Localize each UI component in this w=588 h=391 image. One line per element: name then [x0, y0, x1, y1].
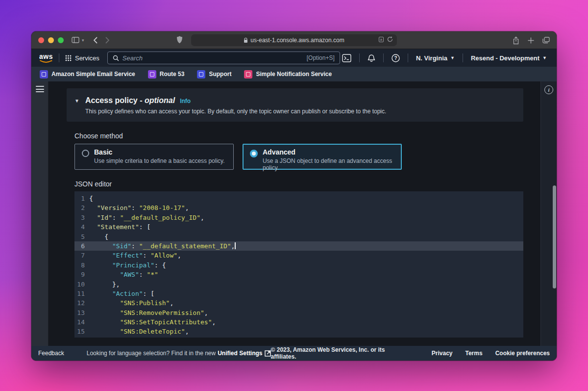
favorite-sns[interactable]: Simple Notification Service	[244, 70, 332, 78]
unified-settings-link[interactable]: Unified Settings	[218, 350, 262, 357]
desktop-wallpaper: ▾ us-east-1.console.aws.amazon.com a	[0, 0, 588, 391]
chevron-down-icon: ▼	[542, 55, 547, 60]
console-search[interactable]: [Option+S]	[107, 52, 340, 64]
vertical-scrollbar[interactable]	[553, 185, 556, 288]
line-number: 13	[74, 308, 89, 317]
main-content: ▼ Access policy - optional Info This pol…	[49, 81, 557, 346]
tab-overview-button[interactable]	[542, 37, 550, 44]
url-text: us-east-1.console.aws.amazon.com	[250, 37, 344, 44]
line-number: 2	[74, 203, 89, 212]
code-line[interactable]: 13 "SNS:RemovePermission",	[74, 308, 523, 317]
info-panel-button[interactable]: i	[544, 85, 553, 94]
line-number: 4	[74, 222, 89, 232]
terms-link[interactable]: Terms	[466, 350, 483, 357]
services-label: Services	[75, 54, 99, 62]
language-hint: Looking for language selection? Find it …	[87, 350, 271, 357]
json-editor-lines: 1{2 "Version": "2008-10-17",3 "Id": "__d…	[74, 194, 523, 337]
text-cursor	[235, 242, 236, 249]
line-number: 1	[74, 194, 89, 203]
cookie-preferences-link[interactable]: Cookie preferences	[495, 350, 550, 357]
advanced-method-card[interactable]: Advanced Use a JSON object to define an …	[243, 144, 402, 170]
console-footer: Feedback Looking for language selection?…	[31, 346, 557, 361]
external-link-icon	[265, 350, 271, 357]
lock-icon	[244, 38, 248, 43]
line-number: 15	[74, 327, 89, 336]
notifications-bell-button[interactable]	[366, 54, 377, 62]
account-label: Resend - Development	[471, 54, 539, 62]
sidebar-menu-chevron-icon[interactable]: ▾	[82, 38, 84, 43]
advanced-radio-button[interactable]	[250, 150, 258, 157]
line-number: 6	[74, 241, 89, 251]
basic-method-card[interactable]: Basic Use simple criteria to define a ba…	[74, 144, 234, 170]
back-button[interactable]	[93, 37, 98, 44]
region-label: N. Virginia	[416, 54, 447, 62]
account-menu[interactable]: Resend - Development ▼	[469, 54, 549, 62]
favorites-bar: Amazon Simple Email Service Route 53 Sup…	[31, 67, 557, 81]
aws-logo[interactable]: aws	[39, 53, 53, 63]
code-line[interactable]: 9 "AWS": "*"	[74, 270, 523, 279]
code-line[interactable]: 2 "Version": "2008-10-17",	[74, 203, 523, 212]
info-link[interactable]: Info	[180, 98, 191, 104]
line-number: 11	[74, 289, 89, 298]
section-title: Access policy - optional	[85, 96, 175, 105]
translate-icon[interactable]: a	[379, 37, 384, 42]
code-line[interactable]: 4 "Statement": [	[74, 222, 523, 232]
favorite-route53[interactable]: Route 53	[148, 70, 185, 78]
feedback-link[interactable]: Feedback	[38, 350, 64, 357]
search-shortcut: [Option+S]	[307, 54, 335, 61]
access-policy-section-header: ▼ Access policy - optional Info This pol…	[67, 88, 523, 122]
privacy-shield-icon[interactable]	[176, 36, 183, 44]
code-line[interactable]: 14 "SNS:SetTopicAttributes",	[74, 317, 523, 327]
line-number: 10	[74, 280, 89, 289]
sidebar-toggle-button[interactable]	[72, 37, 79, 43]
line-number: 12	[74, 298, 89, 308]
code-line[interactable]: 1{	[74, 194, 523, 203]
line-number: 14	[74, 317, 89, 327]
choose-method-label: Choose method	[74, 132, 523, 140]
minimize-button[interactable]	[48, 37, 54, 43]
json-editor[interactable]: 1{2 "Version": "2008-10-17",3 "Id": "__d…	[74, 191, 523, 338]
code-line[interactable]: 11 "Action": [	[74, 289, 523, 298]
code-line[interactable]: 5 {	[74, 232, 523, 241]
code-line[interactable]: 7 "Effect": "Allow",	[74, 251, 523, 260]
code-line[interactable]: 15 "SNS:DeleteTopic",	[74, 327, 523, 336]
section-description: This policy defines who can access your …	[85, 108, 515, 115]
collapse-triangle-icon[interactable]: ▼	[74, 98, 80, 104]
browser-window: ▾ us-east-1.console.aws.amazon.com a	[31, 31, 557, 361]
aws-console-header: aws Services [Option+S]	[31, 49, 557, 67]
browser-toolbar: ▾ us-east-1.console.aws.amazon.com a	[31, 31, 557, 49]
code-line[interactable]: 12 "SNS:Publish",	[74, 298, 523, 308]
privacy-link[interactable]: Privacy	[432, 350, 453, 357]
code-line[interactable]: 10 },	[74, 280, 523, 289]
services-menu-button[interactable]: Services	[65, 54, 99, 62]
route53-service-icon	[148, 70, 156, 78]
cloudshell-button[interactable]	[340, 54, 353, 62]
window-controls	[38, 37, 64, 43]
code-line[interactable]: 6 "Sid": "__default_statement_ID",	[74, 241, 523, 251]
svg-text:?: ?	[394, 55, 397, 61]
copyright-text: © 2023, Amazon Web Services, Inc. or its…	[271, 346, 412, 360]
new-tab-button[interactable]	[528, 37, 534, 44]
search-input[interactable]	[122, 54, 303, 62]
code-line[interactable]: 3 "Id": "__default_policy_ID",	[74, 213, 523, 222]
share-button[interactable]	[513, 36, 519, 45]
code-line[interactable]: 8 "Principal": {	[74, 261, 523, 270]
line-number: 9	[74, 270, 89, 279]
side-navigation-collapsed	[31, 81, 49, 346]
favorite-support[interactable]: Support	[197, 70, 231, 78]
line-number: 3	[74, 213, 89, 222]
close-button[interactable]	[38, 37, 44, 43]
address-bar[interactable]: us-east-1.console.aws.amazon.com a	[191, 34, 397, 46]
menu-toggle-button[interactable]	[36, 86, 44, 92]
search-icon	[113, 55, 119, 61]
json-editor-label: JSON editor	[74, 180, 523, 188]
help-button[interactable]: ?	[390, 54, 402, 62]
forward-button[interactable]	[105, 37, 110, 44]
basic-radio-button[interactable]	[82, 150, 89, 157]
ses-service-icon	[40, 70, 48, 78]
reload-button[interactable]	[387, 36, 393, 42]
sns-service-icon	[244, 70, 252, 78]
favorite-ses[interactable]: Amazon Simple Email Service	[40, 70, 135, 78]
fullscreen-button[interactable]	[58, 37, 64, 43]
region-selector[interactable]: N. Virginia ▼	[414, 54, 457, 62]
